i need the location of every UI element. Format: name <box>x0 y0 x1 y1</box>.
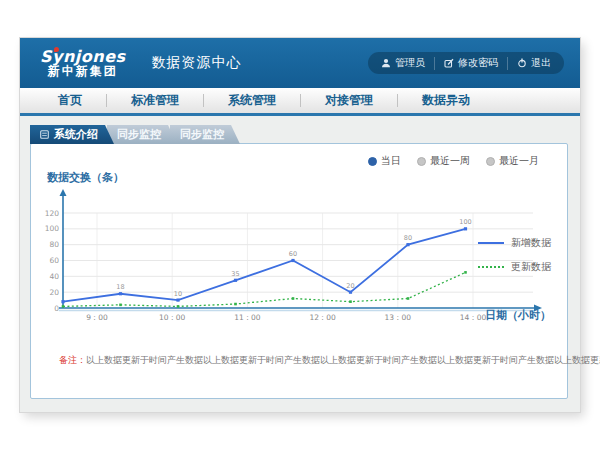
range-option-last-month[interactable]: 最近一月 <box>486 154 539 168</box>
svg-text:20: 20 <box>346 282 354 290</box>
svg-text:80: 80 <box>49 240 59 249</box>
user-toolbar: 管理员 修改密码 退出 <box>368 52 564 74</box>
nav-item-home[interactable]: 首页 <box>34 92 106 109</box>
nav-item-standard-mgmt[interactable]: 标准管理 <box>107 92 203 109</box>
svg-text:0: 0 <box>54 304 59 313</box>
svg-text:100: 100 <box>459 218 471 226</box>
edit-icon <box>444 58 454 68</box>
nav-item-data-change[interactable]: 数据异动 <box>398 92 494 109</box>
chart-legend: 新增数据 更新数据 <box>478 236 551 284</box>
radio-unselected-icon <box>486 157 495 166</box>
app-header: Synjones 新中新集团 数据资源中心 管理员 修改密码 <box>20 38 580 88</box>
range-option-today[interactable]: 当日 <box>368 154 401 168</box>
tab-sync-monitor-2[interactable]: 同步监控 <box>170 125 240 144</box>
svg-text:12 : 00: 12 : 00 <box>309 313 336 322</box>
footnote: 备注：以上数据更新于时间产生数据以上数据更新于时间产生数据以上数据更新于时间产生… <box>59 354 600 367</box>
svg-text:9 : 00: 9 : 00 <box>86 313 108 322</box>
svg-text:80: 80 <box>404 234 412 242</box>
legend-item-updated-data[interactable]: 更新数据 <box>478 260 551 274</box>
nav-item-interface-mgmt[interactable]: 对接管理 <box>301 92 397 109</box>
svg-text:100: 100 <box>45 224 59 233</box>
page-title: 数据资源中心 <box>152 54 242 72</box>
logo-chinese: 新中新集团 <box>40 65 126 78</box>
app-window: Synjones 新中新集团 数据资源中心 管理员 修改密码 <box>20 38 580 412</box>
tab-sync-monitor-1[interactable]: 同步监控 <box>107 125 177 144</box>
tab-system-intro[interactable]: 系统介绍 <box>30 125 114 144</box>
svg-text:14 : 00: 14 : 00 <box>460 313 487 322</box>
solid-line-icon <box>478 242 504 244</box>
power-icon <box>517 58 527 68</box>
radio-selected-icon <box>368 157 377 166</box>
nav-item-system-mgmt[interactable]: 系统管理 <box>204 92 300 109</box>
radio-unselected-icon <box>417 157 426 166</box>
time-range-group: 当日 最近一周 最近一月 <box>368 154 539 168</box>
svg-text:60: 60 <box>49 256 59 265</box>
svg-text:10 : 00: 10 : 00 <box>159 313 186 322</box>
dotted-line-icon <box>478 266 504 268</box>
footnote-prefix: 备注： <box>59 355 86 365</box>
document-grid-icon <box>40 130 49 139</box>
logout-button[interactable]: 退出 <box>507 57 560 70</box>
range-option-last-week[interactable]: 最近一周 <box>417 154 470 168</box>
svg-text:10: 10 <box>174 290 182 298</box>
tab-bar: 系统介绍 同步监控 同步监控 <box>30 125 233 144</box>
y-axis-title: 数据交换（条） <box>47 170 124 185</box>
logo-english: Synjones <box>40 48 126 66</box>
company-logo[interactable]: Synjones 新中新集团 <box>40 48 126 79</box>
x-axis-title: 日期（小时） <box>485 308 551 323</box>
svg-text:11 : 00: 11 : 00 <box>234 313 261 322</box>
svg-text:13 : 00: 13 : 00 <box>385 313 412 322</box>
line-chart: 0204060801001209 : 0010 : 0011 : 0012 : … <box>45 186 550 326</box>
user-name: 管理员 <box>395 56 425 70</box>
user-icon <box>381 58 391 68</box>
svg-text:120: 120 <box>45 209 59 218</box>
chart-panel: 当日 最近一周 最近一月 数据交换（条） 0204060801001209 : … <box>30 143 568 399</box>
svg-text:60: 60 <box>289 250 297 258</box>
legend-item-new-data[interactable]: 新增数据 <box>478 236 551 250</box>
main-nav: 首页 标准管理 系统管理 对接管理 数据异动 <box>20 88 580 116</box>
change-password-button[interactable]: 修改密码 <box>434 57 507 70</box>
svg-text:20: 20 <box>49 288 59 297</box>
footnote-text: 以上数据更新于时间产生数据以上数据更新于时间产生数据以上数据更新于时间产生数据以… <box>86 355 600 365</box>
svg-text:18: 18 <box>116 283 124 291</box>
current-user-button[interactable]: 管理员 <box>372 57 434 70</box>
svg-text:35: 35 <box>231 270 239 278</box>
svg-text:40: 40 <box>49 272 59 281</box>
logo-red-accent-icon <box>54 47 59 52</box>
